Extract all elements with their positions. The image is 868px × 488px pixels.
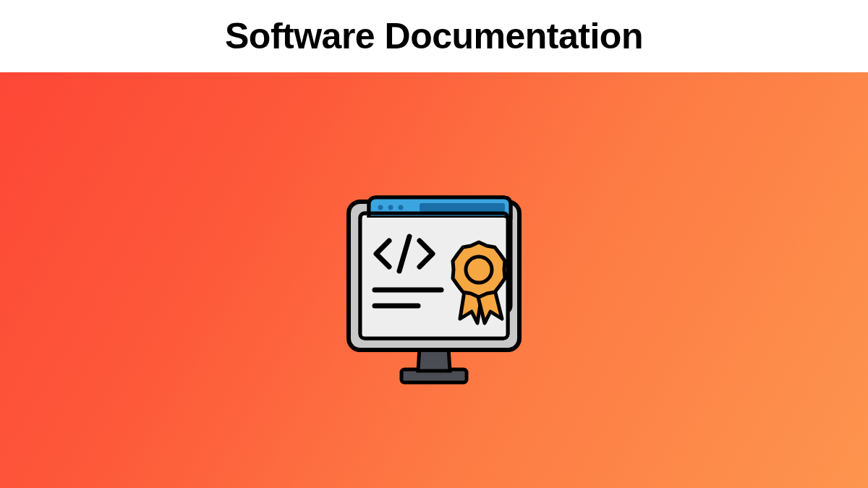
hero-area (0, 72, 868, 488)
header-bar: Software Documentation (0, 0, 868, 72)
computer-code-certificate-icon (333, 176, 535, 385)
svg-point-6 (388, 205, 393, 210)
svg-point-13 (466, 257, 492, 283)
svg-point-7 (399, 205, 404, 210)
svg-point-5 (378, 205, 383, 210)
svg-rect-4 (420, 203, 505, 212)
page-title: Software Documentation (225, 15, 643, 57)
